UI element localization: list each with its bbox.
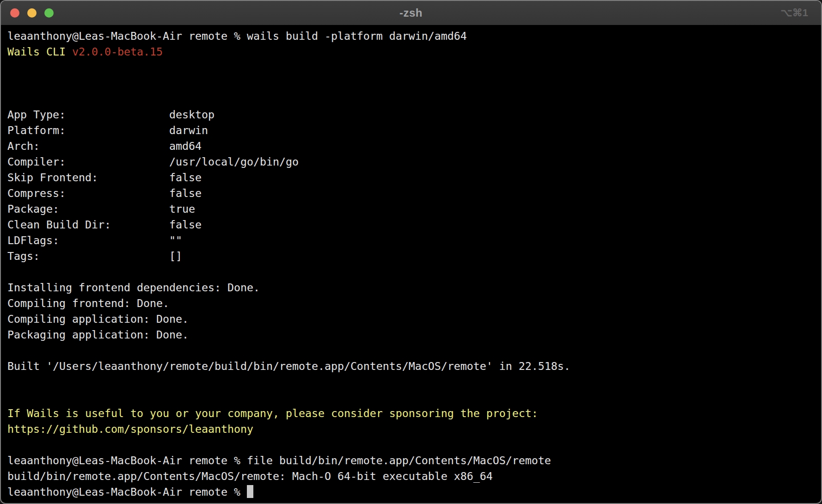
config-row-package: Package:true <box>7 201 815 217</box>
blank-line <box>7 75 815 91</box>
config-row-compiler: Compiler:/usr/local/go/bin/go <box>7 154 815 170</box>
config-value: /usr/local/go/bin/go <box>169 155 299 168</box>
close-button[interactable] <box>10 8 19 18</box>
progress-compile-app: Compiling application: Done. <box>7 311 815 327</box>
config-row-compress: Compress:false <box>7 185 815 201</box>
config-value: true <box>169 203 195 215</box>
wails-cli-line: Wails CLI v2.0.0-beta.15 <box>7 44 815 60</box>
config-value: darwin <box>169 124 208 136</box>
prompt-text: leaanthony@Leas-MacBook-Air remote % <box>7 486 247 498</box>
config-value: false <box>169 187 202 199</box>
wails-cli-version: v2.0.0-beta.15 <box>72 45 163 58</box>
config-row-ldflags: LDFlags:"" <box>7 233 815 248</box>
blank-line <box>7 390 815 406</box>
built-line: Built '/Users/leaanthony/remote/build/bi… <box>7 358 815 374</box>
tab-shortcut-badge: ⌥⌘1 <box>780 7 808 19</box>
config-value: false <box>169 171 202 184</box>
titlebar[interactable]: -zsh ⌥⌘1 <box>1 1 821 25</box>
config-row-arch: Arch:amd64 <box>7 138 815 154</box>
blank-line <box>7 264 815 280</box>
progress-compile-frontend: Compiling frontend: Done. <box>7 295 815 311</box>
zoom-button[interactable] <box>44 8 54 18</box>
blank-line <box>7 343 815 358</box>
terminal-cursor[interactable] <box>247 485 253 498</box>
blank-line <box>7 91 815 107</box>
config-row-skip-frontend: Skip Frontend:false <box>7 170 815 185</box>
progress-install-deps: Installing frontend dependencies: Done. <box>7 280 815 295</box>
terminal-window: -zsh ⌥⌘1 leaanthony@Leas-MacBook-Air rem… <box>0 0 822 504</box>
prompt-line-1: leaanthony@Leas-MacBook-Air remote % wai… <box>7 28 815 44</box>
config-row-clean-build-dir: Clean Build Dir:false <box>7 217 815 233</box>
config-value: desktop <box>169 108 215 121</box>
config-row-platform: Platform:darwin <box>7 123 815 138</box>
progress-package-app: Packaging application: Done. <box>7 327 815 343</box>
blank-line <box>7 437 815 453</box>
config-value: amd64 <box>169 140 202 152</box>
sponsor-message: If Wails is useful to you or your compan… <box>7 406 815 421</box>
minimize-button[interactable] <box>27 8 37 18</box>
prompt-line-3: leaanthony@Leas-MacBook-Air remote % <box>7 484 815 500</box>
prompt-line-2: leaanthony@Leas-MacBook-Air remote % fil… <box>7 453 815 468</box>
config-row-app-type: App Type:desktop <box>7 107 815 123</box>
wails-cli-label: Wails CLI <box>7 45 72 58</box>
config-value: [] <box>169 250 182 262</box>
sponsor-url[interactable]: https://github.com/sponsors/leaanthony <box>7 421 815 437</box>
terminal-output[interactable]: leaanthony@Leas-MacBook-Air remote % wai… <box>1 25 821 503</box>
blank-line <box>7 374 815 390</box>
window-title: -zsh <box>1 6 821 19</box>
config-value: false <box>169 218 202 231</box>
config-value: "" <box>169 234 182 246</box>
config-row-tags: Tags:[] <box>7 248 815 264</box>
traffic-lights <box>1 8 54 18</box>
blank-line <box>7 60 815 75</box>
file-output-line: build/bin/remote.app/Contents/MacOS/remo… <box>7 468 815 484</box>
